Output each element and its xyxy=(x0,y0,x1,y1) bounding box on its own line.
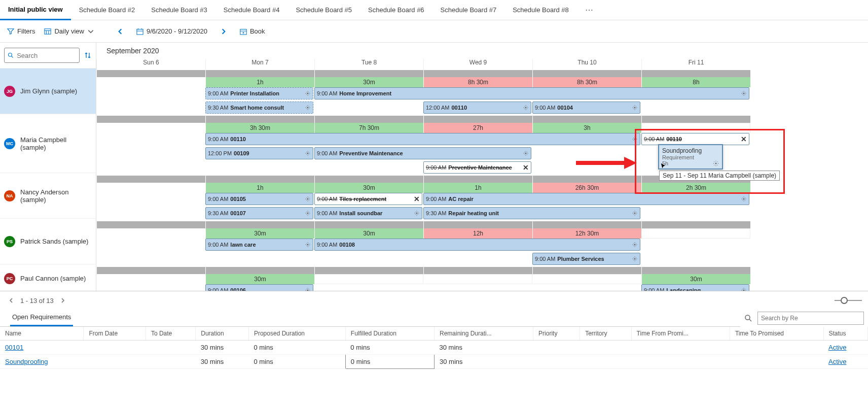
resource-row[interactable]: JGJim Glynn (sample) xyxy=(0,68,96,114)
booking-time: 12:00 PM xyxy=(208,150,232,156)
column-header[interactable]: Time To Promised xyxy=(730,327,823,341)
booking-block[interactable]: 12:00 PM00109 xyxy=(205,147,313,159)
pager-label: 1 - 13 of 13 xyxy=(20,297,54,305)
resource-name: Paul Cannon (sample) xyxy=(20,275,86,282)
booking-block[interactable]: 9:00 AMHome Improvement xyxy=(314,87,749,99)
sort-icon[interactable] xyxy=(84,51,92,59)
cursor-icon xyxy=(660,162,667,170)
column-header[interactable]: Priority xyxy=(533,327,580,341)
resource-pane: JGJim Glynn (sample)MCMaria Campbell (sa… xyxy=(0,43,96,291)
resource-row[interactable]: MCMaria Campbell (sample) xyxy=(0,114,96,173)
column-header[interactable]: Time From Promi... xyxy=(631,327,730,341)
svg-point-14 xyxy=(307,93,309,94)
gear-icon xyxy=(713,160,719,166)
booking-block[interactable]: 9:00 AMPlumber Services xyxy=(532,253,640,265)
resource-search-box[interactable] xyxy=(4,48,80,63)
svg-point-30 xyxy=(307,290,309,291)
booking-block[interactable]: 9:00 AMInstall soundbar xyxy=(314,207,422,219)
tab-open-requirements[interactable]: Open Requirements xyxy=(10,309,73,326)
booking-block[interactable]: 9:00 AMPrinter Installation xyxy=(205,87,313,99)
booking-block[interactable]: 9:00 AMPreventive Maintenance xyxy=(314,147,531,159)
link[interactable]: Active xyxy=(828,344,846,351)
booking-time: 9:00 AM xyxy=(317,210,337,216)
tab-initial-public-view[interactable]: Initial public view xyxy=(0,0,71,20)
capacity-cell xyxy=(96,274,205,284)
booking-block[interactable]: 9:00 AM00106 xyxy=(205,284,313,291)
requirements-table: NameFrom DateTo DateDurationProposed Dur… xyxy=(0,327,868,369)
close-icon: ✕ xyxy=(414,195,420,203)
tab-board-8[interactable]: Schedule Board #8 xyxy=(504,0,577,20)
booking-title: Landscaping xyxy=(666,287,701,291)
search-icon xyxy=(8,52,14,59)
booking-block[interactable]: 9:00 AM00104 xyxy=(532,102,640,114)
booking-block[interactable]: 9:30 AMSmart home consult xyxy=(205,102,313,114)
svg-point-24 xyxy=(307,213,309,214)
daily-view-button[interactable]: Daily view xyxy=(44,27,94,35)
resource-row[interactable]: PSPatrick Sands (sample) xyxy=(0,218,96,264)
book-button[interactable]: Book xyxy=(240,27,265,35)
booking-time: 9:30 AM xyxy=(426,210,446,216)
link[interactable]: 00101 xyxy=(5,344,23,351)
column-header[interactable]: From Date xyxy=(84,327,146,341)
tab-board-7[interactable]: Schedule Board #7 xyxy=(432,0,505,20)
tab-board-4[interactable]: Schedule Board #4 xyxy=(215,0,288,20)
column-header[interactable]: Status xyxy=(823,327,867,341)
filters-button[interactable]: Filters xyxy=(7,27,35,35)
booking-block[interactable]: 9:00 AM00110✕ xyxy=(641,133,749,145)
booking-block[interactable]: 9:30 AMRepair heating unit xyxy=(423,207,640,219)
booking-time: 9:00 AM xyxy=(535,105,555,111)
booking-block[interactable]: 12:00 AM00110 xyxy=(423,102,531,114)
resource-row[interactable]: NANancy Anderson (sample) xyxy=(0,173,96,218)
column-header[interactable]: Territory xyxy=(580,327,631,341)
next-period-button[interactable] xyxy=(216,24,231,39)
booking-block[interactable]: 9:00 AMTiles replacement✕ xyxy=(314,193,422,205)
tab-board-3[interactable]: Schedule Board #3 xyxy=(143,0,215,20)
link[interactable]: Soundproofing xyxy=(5,358,48,365)
tab-board-6[interactable]: Schedule Board #6 xyxy=(360,0,432,20)
booking-time: 9:00 AM xyxy=(644,287,664,291)
cell xyxy=(631,341,730,355)
booking-block[interactable]: 9:30 AM00107 xyxy=(205,207,313,219)
column-header[interactable]: Duration xyxy=(196,327,249,341)
resource-row[interactable]: PCPaul Cannon (sample) xyxy=(0,264,96,291)
column-header[interactable]: Remaining Durati... xyxy=(434,327,533,341)
svg-point-12 xyxy=(9,53,12,56)
search-icon[interactable] xyxy=(744,314,752,322)
requirement-row[interactable]: Soundproofing30 mins0 mins0 mins30 minsA… xyxy=(0,355,868,369)
pager-prev[interactable] xyxy=(6,295,16,306)
requirements-search-input[interactable] xyxy=(757,312,864,325)
link[interactable]: Active xyxy=(828,358,846,365)
booking-title: Smart home consult xyxy=(230,105,284,111)
date-range-picker[interactable]: 9/6/2020 - 9/12/2020 xyxy=(136,27,207,35)
booking-block[interactable]: 9:00 AMLandscaping xyxy=(641,284,749,291)
booking-block[interactable]: 9:00 AMlawn care xyxy=(205,239,313,251)
booking-time: 9:00 AM xyxy=(317,242,337,248)
tab-board-2[interactable]: Schedule Board #2 xyxy=(71,0,143,20)
booking-time: 12:00 AM xyxy=(426,105,449,111)
book-label: Book xyxy=(250,27,265,35)
column-header[interactable]: Fulfilled Duration xyxy=(345,327,434,341)
booking-block[interactable]: 9:00 AM00108 xyxy=(314,239,640,251)
tab-board-5[interactable]: Schedule Board #5 xyxy=(287,0,360,20)
resource-search-input[interactable] xyxy=(17,52,76,59)
requirement-row[interactable]: 0010130 mins0 mins0 mins30 minsActive xyxy=(0,341,868,355)
capacity-cell xyxy=(96,183,205,193)
booking-title: 00110 xyxy=(230,136,246,142)
tab-more[interactable]: ⋯ xyxy=(577,0,601,20)
booking-block[interactable]: 9:00 AMAC repair xyxy=(423,193,749,205)
booking-block[interactable]: 9:00 AMPreventive Maintenance✕ xyxy=(423,161,531,174)
booking-title: Plumber Services xyxy=(557,256,604,262)
booking-block[interactable]: 9:00 AM00110 xyxy=(205,133,640,145)
pager-next[interactable] xyxy=(58,295,68,306)
zoom-slider[interactable] xyxy=(835,300,862,301)
column-header[interactable]: Proposed Duration xyxy=(248,327,345,341)
booking-block[interactable]: 9:00 AM00105 xyxy=(205,193,313,205)
cell: 30 mins xyxy=(434,355,533,369)
drag-requirement-card[interactable]: Soundproofing Requirement 5h xyxy=(658,144,723,170)
booking-time: 9:00 AM xyxy=(317,90,337,96)
prev-period-button[interactable] xyxy=(113,24,127,39)
cell xyxy=(146,355,195,369)
gear-icon xyxy=(741,287,747,291)
column-header[interactable]: To Date xyxy=(146,327,195,341)
column-header[interactable]: Name xyxy=(0,327,84,341)
